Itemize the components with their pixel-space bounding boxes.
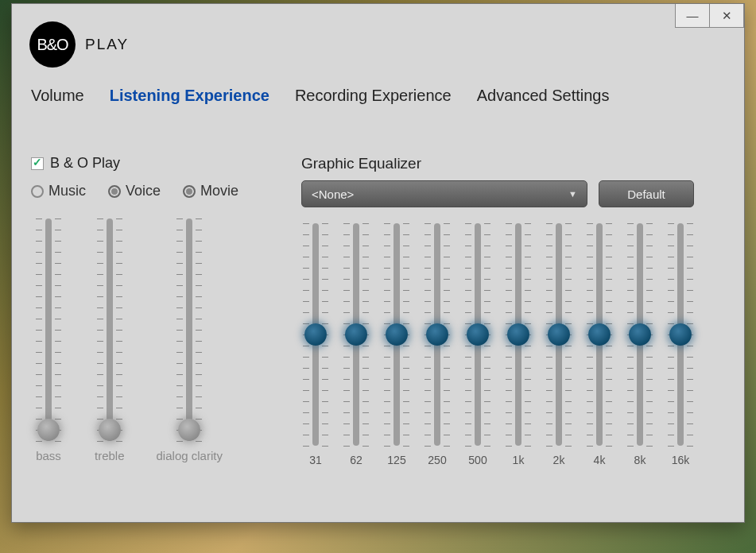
slider-knob[interactable]	[345, 323, 367, 346]
eq-band-500-slider[interactable]	[463, 223, 492, 446]
slider-knob[interactable]	[304, 323, 327, 346]
eq-band-31: 31	[301, 223, 330, 468]
slider-knob[interactable]	[386, 323, 408, 346]
tab-recording-experience[interactable]: Recording Experience	[295, 83, 452, 108]
eq-band-250-slider[interactable]	[423, 223, 452, 446]
radio-movie[interactable]: Movie	[183, 183, 238, 199]
slider-knob[interactable]	[467, 323, 489, 346]
tick-mark	[322, 390, 328, 391]
radio-voice[interactable]: Voice	[108, 183, 161, 199]
eq-band-4k-slider[interactable]	[585, 223, 614, 446]
tick-mark	[506, 234, 512, 235]
eq-band-31-slider[interactable]	[301, 223, 330, 446]
tick-mark	[55, 218, 61, 219]
tick-mark	[565, 412, 572, 413]
tick-mark	[565, 379, 572, 380]
tick-mark	[97, 307, 103, 308]
tick-mark	[627, 290, 634, 291]
slider-knob[interactable]	[178, 419, 200, 441]
tick-mark	[546, 346, 552, 346]
tick-mark	[384, 268, 390, 269]
slider-knob[interactable]	[426, 323, 448, 346]
tick-mark	[546, 312, 552, 313]
equalizer-title: Graphic Equalizer	[301, 155, 731, 172]
tick-mark	[176, 408, 183, 408]
tick-mark	[646, 390, 653, 391]
close-button[interactable]: ✕	[709, 4, 744, 28]
tick-mark	[444, 401, 450, 402]
tick-mark	[484, 368, 490, 369]
tone-dialog-clarity-slider[interactable]	[175, 218, 204, 441]
tab-volume[interactable]: Volume	[31, 83, 84, 108]
tick-mark	[444, 312, 450, 313]
tab-listening-experience[interactable]: Listening Experience	[110, 83, 269, 108]
tone-bass-slider[interactable]	[34, 218, 63, 441]
tick-mark	[322, 423, 328, 424]
tick-mark	[606, 368, 612, 369]
tick-mark	[546, 268, 552, 269]
tick-mark	[587, 268, 593, 269]
tick-mark	[176, 274, 183, 275]
tick-mark	[403, 290, 409, 291]
tick-mark	[403, 401, 409, 402]
tick-mark	[196, 274, 202, 275]
tick-mark	[343, 301, 350, 302]
tick-mark	[196, 307, 202, 308]
tick-mark	[627, 312, 634, 313]
tick-mark	[606, 346, 612, 346]
eq-band-125-slider[interactable]	[382, 223, 411, 446]
tick-mark	[196, 330, 202, 331]
eq-band-1k-slider[interactable]	[504, 223, 533, 446]
slider-knob[interactable]	[669, 323, 692, 346]
tick-mark	[668, 290, 674, 291]
tick-mark	[36, 218, 42, 219]
tone-treble-slider[interactable]	[95, 218, 124, 441]
eq-band-8k-slider[interactable]	[626, 223, 654, 446]
minimize-button[interactable]: —	[675, 4, 710, 28]
tick-mark	[606, 435, 612, 435]
eq-band-4k: 4k	[585, 223, 614, 468]
tick-mark	[465, 357, 471, 358]
slider-knob[interactable]	[588, 323, 611, 346]
tick-mark	[687, 435, 693, 435]
tick-mark	[444, 323, 450, 324]
bno-play-checkbox[interactable]	[31, 157, 44, 170]
tick-mark	[525, 234, 531, 235]
eq-band-16k-slider[interactable]	[666, 223, 695, 446]
slider-knob[interactable]	[548, 323, 570, 346]
slider-knob[interactable]	[99, 419, 121, 441]
radio-music[interactable]: Music	[31, 183, 86, 199]
tabbar: Volume Listening Experience Recording Ex…	[31, 83, 609, 108]
slider-knob[interactable]	[37, 419, 60, 441]
tick-mark	[465, 268, 471, 269]
tab-advanced-settings[interactable]: Advanced Settings	[477, 83, 610, 108]
tick-mark	[36, 296, 42, 297]
tick-mark	[646, 323, 653, 324]
tick-mark	[196, 296, 202, 297]
tick-mark	[687, 301, 693, 302]
tick-mark	[36, 263, 42, 264]
app-window: — ✕ B&O PLAY Volume Listening Experience…	[11, 3, 745, 523]
tick-mark	[116, 307, 122, 308]
tick-mark	[587, 279, 593, 280]
default-button[interactable]: Default	[599, 180, 694, 207]
slider-knob[interactable]	[629, 323, 651, 346]
tick-mark	[465, 379, 471, 380]
tick-mark	[484, 301, 490, 302]
mode-radio-group: Music Voice Movie	[31, 183, 285, 199]
slider-knob[interactable]	[507, 323, 529, 346]
preset-dropdown[interactable]: <None> ▼	[301, 180, 587, 207]
tick-mark	[116, 374, 122, 375]
tick-mark	[606, 390, 612, 391]
tick-mark	[362, 346, 369, 346]
tick-mark	[627, 323, 634, 324]
tick-mark	[525, 435, 531, 435]
tick-mark	[36, 396, 42, 397]
tick-mark	[196, 363, 202, 364]
tick-mark	[116, 341, 122, 342]
eq-band-62-slider[interactable]	[342, 223, 370, 446]
eq-band-2k-slider[interactable]	[545, 223, 573, 446]
tick-mark	[506, 357, 512, 358]
tick-mark	[303, 246, 309, 246]
tick-mark	[484, 390, 490, 391]
